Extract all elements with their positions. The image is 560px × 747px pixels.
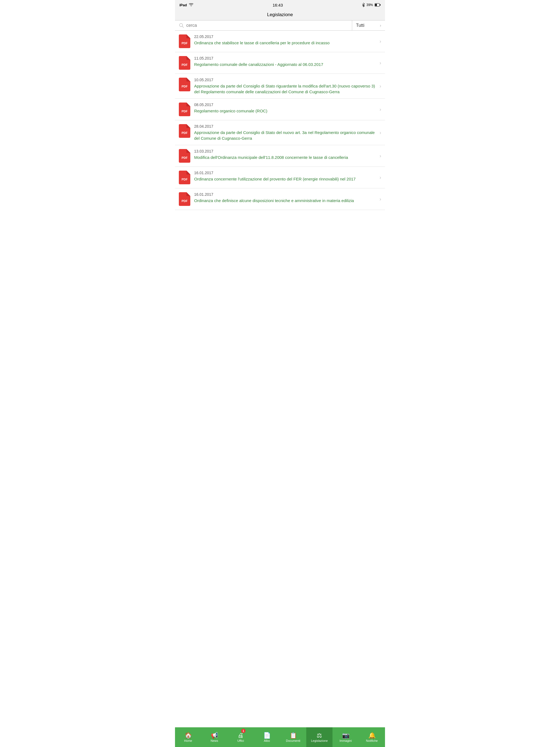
- wifi-icon: [189, 3, 193, 6]
- tab-icon-notifiche: 🔔: [368, 732, 376, 739]
- bluetooth-icon: [362, 3, 365, 7]
- status-left: iPad: [179, 3, 193, 7]
- tab-icon-documenti: 📋: [289, 732, 297, 739]
- search-bar: Tutti ›: [175, 21, 385, 31]
- tab-label-news: News: [210, 739, 218, 742]
- item-title: Ordinanza che definisce alcune disposizi…: [194, 198, 377, 203]
- tab-icon-albo: 📄: [263, 732, 271, 739]
- tab-news[interactable]: 📢 News: [201, 727, 228, 747]
- tab-albo[interactable]: 📄 Albo: [254, 727, 280, 747]
- search-icon: [179, 23, 184, 28]
- item-date: 13.03.2017: [194, 149, 377, 153]
- chevron-right-icon: ›: [380, 60, 381, 66]
- item-date: 11.05.2017: [194, 56, 377, 60]
- pdf-icon: PDF: [179, 124, 190, 138]
- tab-notifiche[interactable]: 🔔 Notifiche: [359, 727, 385, 747]
- tab-label-documenti: Documenti: [286, 739, 301, 742]
- page-title: Legislazione: [267, 12, 293, 17]
- chevron-right-icon: ›: [380, 83, 381, 89]
- svg-rect-2: [380, 4, 380, 6]
- svg-rect-1: [375, 4, 377, 6]
- tab-icon-home: 🏠: [184, 732, 192, 739]
- chevron-right-icon: ›: [380, 130, 381, 136]
- nav-bar: Legislazione: [175, 10, 385, 21]
- pdf-icon: PDF: [179, 171, 190, 184]
- tab-label-uffici: Uffici: [237, 739, 244, 742]
- pdf-icon: PDF: [179, 34, 190, 48]
- svg-text:PDF: PDF: [182, 85, 187, 88]
- item-content: 10.05.2017 Approvazione da parte del Con…: [194, 78, 377, 95]
- item-content: 11.05.2017 Regolamento comunale delle ca…: [194, 56, 377, 67]
- search-input[interactable]: [186, 23, 348, 28]
- svg-text:PDF: PDF: [182, 156, 187, 159]
- tab-documenti[interactable]: 📋 Documenti: [280, 727, 306, 747]
- tab-label-notifiche: Notifiche: [366, 739, 378, 742]
- tab-icon-legislazione: ⚖: [316, 732, 322, 739]
- item-title: Approvazione da parte del Consiglio di S…: [194, 130, 377, 141]
- item-title: Ordinanza concernente l'utilizzazione de…: [194, 176, 377, 182]
- tab-immagini[interactable]: 📷 Immagini: [332, 727, 359, 747]
- pdf-icon: PDF: [179, 103, 190, 116]
- item-date: 10.05.2017: [194, 78, 377, 82]
- tab-legislazione[interactable]: ⚖ Legislazione: [306, 727, 332, 747]
- item-title: Ordinanza che stabilisce le tasse di can…: [194, 40, 377, 46]
- chevron-right-icon: ›: [380, 175, 381, 180]
- search-input-wrap[interactable]: [175, 21, 352, 30]
- tab-icon-news: 📢: [211, 732, 218, 739]
- chevron-right-icon: ›: [380, 153, 381, 159]
- svg-text:PDF: PDF: [182, 199, 187, 203]
- item-date: 16.01.2017: [194, 171, 377, 175]
- battery-icon: [375, 3, 381, 6]
- pdf-icon: PDF: [179, 149, 190, 163]
- item-title: Regolamento comunale delle canalizzazion…: [194, 61, 377, 67]
- chevron-right-icon: ›: [380, 107, 381, 112]
- tab-home[interactable]: 🏠 Home: [175, 727, 201, 747]
- item-content: 22.05.2017 Ordinanza che stabilisce le t…: [194, 34, 377, 46]
- chevron-right-icon: ›: [380, 196, 381, 202]
- device-label: iPad: [179, 3, 187, 7]
- list-item[interactable]: PDF 11.05.2017 Regolamento comunale dell…: [175, 52, 385, 74]
- tab-uffici[interactable]: 1 🖨 Uffici: [228, 727, 254, 747]
- item-title: Approvazione da parte del Consiglio di S…: [194, 83, 377, 95]
- svg-text:PDF: PDF: [182, 110, 187, 113]
- filter-label: Tutti: [356, 23, 378, 28]
- svg-text:PDF: PDF: [182, 178, 187, 181]
- item-date: 28.04.2017: [194, 124, 377, 129]
- item-content: 16.01.2017 Ordinanza concernente l'utili…: [194, 171, 377, 182]
- tab-label-albo: Albo: [264, 739, 270, 742]
- svg-text:PDF: PDF: [182, 131, 187, 134]
- list-item[interactable]: PDF 10.05.2017 Approvazione da parte del…: [175, 74, 385, 99]
- list-item[interactable]: PDF 08.05.2017 Regolamento organico comu…: [175, 99, 385, 120]
- list-item[interactable]: PDF 16.01.2017 Ordinanza che definisce a…: [175, 188, 385, 210]
- item-content: 28.04.2017 Approvazione da parte del Con…: [194, 124, 377, 141]
- item-content: 16.01.2017 Ordinanza che definisce alcun…: [194, 192, 377, 203]
- pdf-icon: PDF: [179, 192, 190, 206]
- chevron-right-icon: ›: [380, 38, 381, 44]
- tab-icon-immagini: 📷: [342, 732, 350, 739]
- status-right: 39%: [362, 3, 381, 7]
- list-item[interactable]: PDF 16.01.2017 Ordinanza concernente l'u…: [175, 167, 385, 188]
- pdf-icon: PDF: [179, 56, 190, 70]
- list-item[interactable]: PDF 28.04.2017 Approvazione da parte del…: [175, 120, 385, 145]
- item-content: 08.05.2017 Regolamento organico comunale…: [194, 103, 377, 114]
- tab-label-immagini: Immagini: [339, 739, 352, 742]
- list-item[interactable]: PDF 13.03.2017 Modifica dell'Ordinanza m…: [175, 145, 385, 167]
- tab-bar: 🏠 Home 📢 News 1 🖨 Uffici 📄 Albo 📋 Docume…: [175, 727, 385, 747]
- item-title: Modifica dell'Ordinanza municipale dell'…: [194, 154, 377, 160]
- pdf-icon: PDF: [179, 78, 190, 91]
- item-content: 13.03.2017 Modifica dell'Ordinanza munic…: [194, 149, 377, 160]
- tab-icon-uffici: 🖨: [238, 732, 244, 739]
- status-time: 16:43: [273, 3, 283, 7]
- svg-text:PDF: PDF: [182, 63, 187, 67]
- list-item[interactable]: PDF 22.05.2017 Ordinanza che stabilisce …: [175, 31, 385, 52]
- item-date: 08.05.2017: [194, 103, 377, 107]
- item-date: 16.01.2017: [194, 192, 377, 197]
- tab-label-home: Home: [184, 739, 192, 742]
- filter-select-wrap[interactable]: Tutti ›: [352, 21, 385, 30]
- chevron-down-icon: ›: [380, 23, 381, 28]
- battery-percentage: 39%: [366, 3, 373, 7]
- svg-line-4: [182, 26, 183, 28]
- item-date: 22.05.2017: [194, 34, 377, 39]
- item-title: Regolamento organico comunale (ROC): [194, 108, 377, 114]
- legislation-list: PDF 22.05.2017 Ordinanza che stabilisce …: [175, 31, 385, 232]
